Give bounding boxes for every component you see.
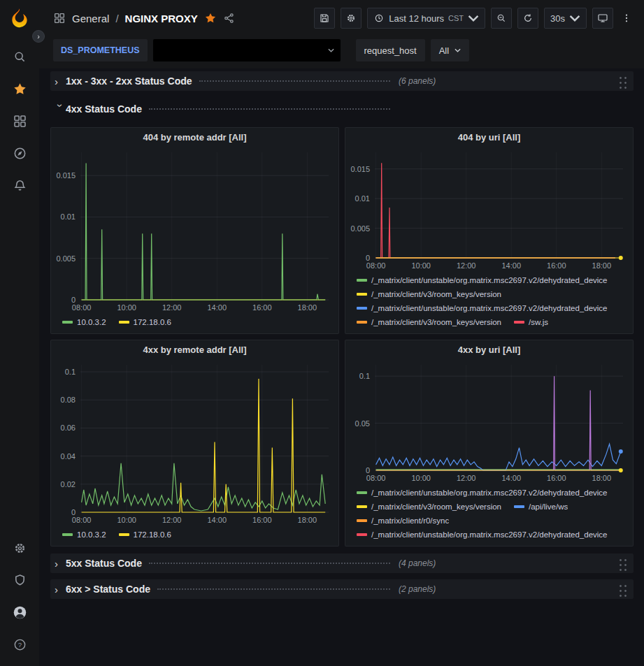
app-root: ? › General / NGINX PROXY — [0, 0, 644, 666]
legend-series-marker — [514, 505, 524, 508]
legend-item[interactable]: /_matrix/client/v3/room_keys/version — [357, 500, 501, 513]
svg-text:18:00: 18:00 — [592, 474, 612, 482]
svg-text:12:00: 12:00 — [162, 303, 182, 312]
gear-icon — [13, 541, 27, 556]
legend-series-label: 10.0.3.2 — [77, 528, 106, 541]
cycle-view-mode-button[interactable] — [592, 8, 613, 29]
row-1xx-3xx-2xx[interactable]: › 1xx - 3xx - 2xx Status Code (6 panels) — [50, 71, 634, 91]
dashboard-settings-button[interactable] — [341, 8, 362, 29]
legend-series-marker — [357, 519, 367, 522]
sidebar-item-dashboards[interactable] — [0, 105, 39, 137]
time-series-chart[interactable]: 00.0050.010.01508:0010:0012:0014:0016:00… — [345, 147, 633, 272]
legend-item[interactable]: /_matrix/client/v3/room_keys/version — [357, 288, 501, 301]
panel-404-by-remote-addr: 404 by remote addr [All] 00.0050.010.015… — [50, 127, 339, 334]
sidebar-item-alerting[interactable] — [0, 169, 39, 201]
request-host-variable-select[interactable]: All — [431, 39, 469, 61]
legend-item[interactable]: /_matrix/client/r0/sync — [357, 514, 449, 527]
row-title: 6xx > Status Code — [66, 584, 150, 595]
share-icon[interactable] — [223, 12, 236, 24]
save-dashboard-button[interactable] — [314, 8, 335, 29]
request-host-variable-label[interactable]: request_host — [356, 39, 425, 61]
sidebar-item-starred[interactable] — [0, 73, 39, 105]
legend-item[interactable]: 172.18.0.6 — [119, 528, 171, 541]
legend-item[interactable]: /_matrix/client/v3/room_keys/version — [357, 316, 501, 328]
legend-item[interactable]: 10.0.3.2 — [62, 528, 106, 541]
zoom-out-icon — [496, 13, 507, 24]
row-drag-handle[interactable] — [617, 556, 628, 571]
svg-text:10:00: 10:00 — [117, 516, 136, 524]
topbar-actions: Last 12 hours CST 30s — [314, 8, 634, 29]
legend-series-label: /_matrix/client/v3/room_keys/version — [371, 316, 501, 328]
dashboard-title[interactable]: NGINX PROXY — [125, 13, 198, 24]
svg-text:14:00: 14:00 — [501, 474, 521, 482]
datasource-variable-select[interactable] — [153, 39, 341, 61]
sidebar-item-search[interactable] — [0, 41, 39, 73]
svg-text:?: ? — [17, 640, 21, 648]
legend-item[interactable]: /sw.js — [514, 316, 548, 328]
legend-series-marker — [62, 533, 73, 536]
panel-title[interactable]: 404 by remote addr [All] — [51, 128, 338, 147]
svg-text:0.01: 0.01 — [355, 194, 370, 203]
apps-icon — [53, 12, 66, 24]
time-range-picker[interactable]: Last 12 hours CST — [367, 8, 485, 29]
clock-icon — [373, 13, 385, 24]
sidebar-item-server-admin[interactable] — [0, 564, 39, 596]
refresh-icon — [522, 13, 534, 24]
breadcrumb-folder[interactable]: General — [72, 13, 109, 24]
dotted-leader — [157, 588, 390, 590]
time-series-chart[interactable]: 00.0050.010.01508:0010:0012:0014:0016:00… — [51, 147, 338, 314]
svg-text:14:00: 14:00 — [501, 261, 521, 270]
legend-series-label: /_matrix/client/unstable/org.matrix.msc2… — [371, 274, 608, 287]
sidebar-item-explore[interactable] — [0, 137, 39, 169]
svg-text:0.06: 0.06 — [61, 424, 76, 432]
legend-item[interactable]: /_matrix/client/unstable/org.matrix.msc2… — [357, 528, 608, 541]
panel-404-by-uri: 404 by uri [All] 00.0050.010.01508:0010:… — [345, 127, 634, 334]
sidebar-collapse-button[interactable]: › — [32, 30, 45, 43]
caret-down-icon — [468, 13, 479, 24]
svg-text:0.08: 0.08 — [61, 396, 76, 404]
panel-title-text: 404 by remote addr [All] — [143, 132, 246, 143]
legend-item[interactable]: /_matrix/client/unstable/org.matrix.msc2… — [357, 486, 608, 499]
row-4xx[interactable]: › 4xx Status Code — [50, 99, 634, 119]
chevron-right-icon: › — [55, 558, 66, 570]
row-drag-handle[interactable] — [617, 74, 628, 89]
refresh-button[interactable] — [517, 8, 538, 29]
legend-series-marker — [357, 321, 367, 324]
legend-series-label: 172.18.0.6 — [134, 316, 171, 328]
save-icon — [319, 13, 330, 24]
grafana-logo[interactable] — [8, 7, 31, 31]
svg-text:12:00: 12:00 — [162, 516, 182, 524]
time-series-chart[interactable]: 00.020.040.060.080.108:0010:0012:0014:00… — [51, 359, 338, 526]
variables-row: DS_PROMETHEUS request_host All — [39, 36, 644, 68]
legend-item[interactable]: 10.0.3.2 — [62, 316, 106, 328]
time-series-chart[interactable]: 00.050.108:0010:0012:0014:0016:0018:00 — [345, 359, 633, 484]
legend-item[interactable]: /api/live/ws — [514, 500, 568, 513]
monitor-icon — [597, 13, 608, 24]
datasource-variable-label[interactable]: DS_PROMETHEUS — [53, 39, 148, 61]
topbar: General / NGINX PROXY — [39, 0, 644, 36]
chevron-right-icon: › — [55, 75, 66, 87]
zoom-out-button[interactable] — [491, 8, 512, 29]
svg-text:08:00: 08:00 — [72, 516, 92, 524]
panel-title[interactable]: 4xx by uri [All] — [345, 340, 633, 359]
legend-item[interactable]: /_matrix/client/unstable/org.matrix.msc2… — [357, 274, 608, 287]
row-5xx[interactable]: › 5xx Status Code (4 panels) — [50, 553, 634, 573]
legend-series-label: /_matrix/client/r0/sync — [371, 514, 449, 527]
refresh-interval-picker[interactable]: 30s — [544, 8, 587, 29]
svg-text:18:00: 18:00 — [592, 261, 612, 270]
legend-item[interactable]: 172.18.0.6 — [119, 316, 171, 328]
row-6xx[interactable]: › 6xx > Status Code (2 panels) — [50, 579, 634, 599]
legend-series-marker — [119, 533, 129, 536]
legend-series-label: /_matrix/client/unstable/org.matrix.msc2… — [371, 528, 608, 541]
panel-title[interactable]: 404 by uri [All] — [345, 128, 633, 147]
bell-icon — [13, 178, 27, 193]
sidebar-item-help[interactable]: ? — [0, 628, 39, 660]
row-drag-handle[interactable] — [617, 582, 628, 597]
star-icon[interactable] — [204, 12, 217, 24]
legend-item[interactable]: /_matrix/client/unstable/org.matrix.msc2… — [357, 302, 608, 314]
sidebar-item-configuration[interactable] — [0, 532, 39, 564]
gear-icon — [345, 13, 357, 24]
more-options-button[interactable] — [619, 8, 634, 29]
panel-title[interactable]: 4xx by remote addr [All] — [51, 340, 338, 359]
sidebar-item-profile[interactable] — [0, 596, 39, 628]
